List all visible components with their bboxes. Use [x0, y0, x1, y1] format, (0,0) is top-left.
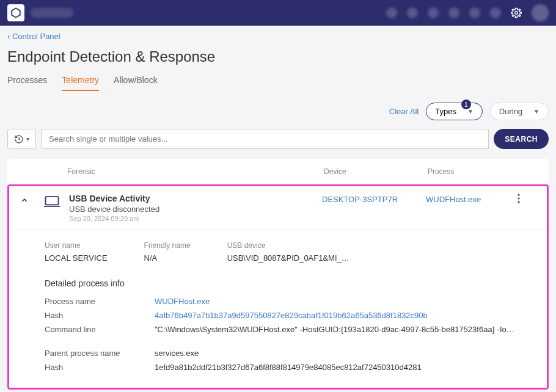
types-filter[interactable]: 1 Types ▼	[426, 103, 483, 120]
page-title: Endpoint Detection & Response	[7, 48, 549, 65]
types-badge: 1	[461, 100, 471, 109]
breadcrumb[interactable]: ‹ Control Panel	[7, 32, 549, 41]
topbar-icon-blurred[interactable]	[469, 7, 480, 18]
chevron-up-icon	[20, 196, 29, 205]
header-device: Device	[324, 167, 428, 176]
topbar	[0, 0, 556, 26]
types-label: Types	[435, 107, 456, 116]
highlighted-row: USB Device Activity USB device disconnec…	[7, 184, 549, 390]
user-name-value: LOCAL SERVICE	[45, 253, 108, 263]
command-line-label: Command line	[45, 325, 155, 334]
command-line-value: "C:\Windows\System32\WUDFHost.exe" -Host…	[155, 325, 515, 334]
brand-text-blurred	[31, 8, 73, 18]
user-name-label: User name	[45, 241, 108, 250]
topbar-icon-blurred[interactable]	[448, 7, 459, 18]
laptop-icon	[43, 194, 69, 208]
search-row: ▾ SEARCH	[7, 129, 549, 149]
usb-device-value: USB\VID_8087&PID_0AF1&MI_…	[227, 253, 349, 263]
filters-row: Clear All 1 Types ▼ During ▼	[7, 103, 549, 120]
parent-process-value: services.exe	[155, 349, 536, 358]
chevron-down-icon: ▼	[467, 108, 474, 115]
search-input[interactable]	[41, 129, 489, 149]
topbar-icon-blurred[interactable]	[428, 7, 439, 18]
row-actions-button[interactable]	[518, 194, 536, 206]
svg-point-0	[515, 12, 518, 15]
tab-processes[interactable]: Processes	[7, 75, 47, 91]
friendly-name-label: Friendly name	[144, 241, 191, 250]
svg-rect-1	[46, 197, 59, 205]
table-row: USB Device Activity USB device disconnec…	[9, 186, 547, 230]
friendly-name-value: N/A	[144, 253, 191, 263]
forensic-cell: USB Device Activity USB device disconnec…	[69, 194, 322, 222]
history-button[interactable]: ▾	[7, 129, 36, 149]
table: Forensic Device Process USB Device Activ…	[7, 159, 549, 390]
process-link[interactable]: WUDFHost.exe	[426, 195, 481, 204]
avatar[interactable]	[532, 4, 549, 21]
more-vertical-icon	[518, 194, 520, 203]
clear-all-link[interactable]: Clear All	[389, 107, 419, 116]
usb-device-label: USB device	[227, 241, 349, 250]
parent-hash-value: 1efd9a81b2ddf21b3f327d67a6f8f88f814979e8…	[155, 363, 536, 372]
header-process: Process	[428, 167, 519, 176]
device-link[interactable]: DESKTOP-3SPTP7R	[322, 195, 398, 204]
process-cell: WUDFHost.exe	[426, 194, 518, 205]
logo[interactable]	[7, 4, 24, 21]
chevron-down-icon: ▼	[533, 108, 540, 115]
chevron-down-icon: ▾	[26, 136, 29, 142]
tab-telemetry[interactable]: Telemetry	[62, 75, 99, 91]
process-name-label: Process name	[45, 297, 155, 306]
hash-value[interactable]: 4afb76b497a7b1b37a9d597550827e829cabaf1f…	[155, 311, 536, 320]
table-header: Forensic Device Process	[7, 159, 549, 184]
header-forensic: Forensic	[67, 167, 324, 176]
topbar-icon-blurred[interactable]	[386, 7, 397, 18]
detailed-process-info-title: Detailed process info	[45, 278, 536, 288]
topbar-icons	[386, 4, 549, 21]
topbar-icon-blurred[interactable]	[407, 7, 418, 18]
parent-hash-label: Hash	[45, 363, 155, 372]
svg-point-4	[518, 198, 520, 200]
process-name-value[interactable]: WUDFHost.exe	[155, 297, 536, 306]
tabs: Processes Telemetry Allow/Block	[7, 75, 549, 92]
svg-point-5	[518, 201, 520, 203]
row-details: User name LOCAL SERVICE Friendly name N/…	[9, 230, 547, 388]
topbar-icon-blurred[interactable]	[490, 7, 501, 18]
collapse-button[interactable]	[20, 194, 43, 205]
parent-process-label: Parent process name	[45, 349, 155, 358]
svg-point-3	[518, 194, 520, 196]
search-button[interactable]: SEARCH	[494, 129, 549, 149]
tab-allow-block[interactable]: Allow/Block	[114, 75, 158, 91]
event-title: USB Device Activity	[69, 194, 322, 203]
history-icon	[14, 134, 24, 144]
event-timestamp: Sep 20, 2024 09:20 am	[69, 215, 322, 222]
during-label: During	[499, 107, 522, 116]
hexagon-icon	[10, 7, 21, 18]
event-subtitle: USB device disconnected	[69, 205, 322, 214]
hash-label: Hash	[45, 311, 155, 320]
during-filter[interactable]: During ▼	[490, 103, 549, 120]
settings-icon[interactable]	[511, 7, 522, 18]
device-cell: DESKTOP-3SPTP7R	[322, 194, 426, 205]
